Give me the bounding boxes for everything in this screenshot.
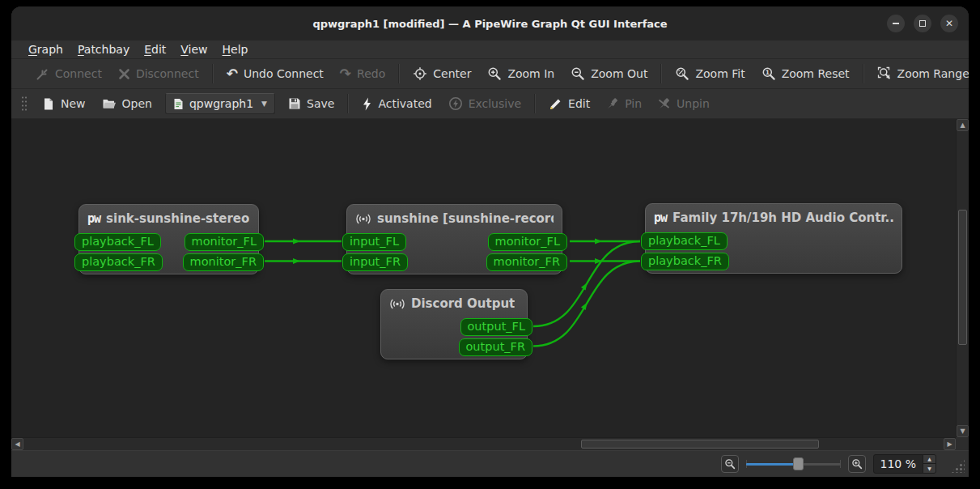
graph-node-sink[interactable]: pwsink-sunshine-stereoplayback_FLmonitor… bbox=[78, 204, 259, 274]
window-controls: ✕ bbox=[887, 15, 958, 32]
statusbar-zoom-out-button[interactable] bbox=[721, 455, 739, 473]
scroll-left-arrow[interactable]: ◀ bbox=[11, 438, 23, 450]
menu-edit[interactable]: Edit bbox=[137, 42, 173, 57]
scrollbar-corner bbox=[956, 437, 969, 450]
redo-button[interactable]: ↷ Redo bbox=[332, 62, 393, 86]
connect-icon bbox=[36, 67, 49, 81]
unpin-icon bbox=[658, 97, 671, 110]
port-sunshine-input_FR[interactable]: input_FR bbox=[342, 253, 408, 271]
toolbar-separator bbox=[212, 64, 214, 83]
activated-bolt-icon bbox=[362, 97, 372, 111]
toolbar-main: Connect Disconnect ↶ Undo Connect ↷ Redo bbox=[11, 59, 969, 89]
port-discord-output_FL[interactable]: output_FL bbox=[460, 318, 533, 336]
graph-node-discord[interactable]: Discord Outputoutput_FLoutput_FR bbox=[380, 289, 528, 359]
menu-patchbay[interactable]: Patchbay bbox=[70, 42, 137, 57]
port-sink-monitor_FR[interactable]: monitor_FR bbox=[183, 253, 264, 271]
zoom-reset-button[interactable]: 1 Zoom Reset bbox=[753, 62, 858, 86]
center-button[interactable]: Center bbox=[405, 62, 479, 86]
pin-button[interactable]: Pin bbox=[598, 92, 650, 115]
scroll-down-arrow[interactable]: ▼ bbox=[957, 425, 969, 437]
close-icon: ✕ bbox=[945, 18, 953, 29]
activated-button[interactable]: Activated bbox=[354, 92, 439, 116]
toolbar-separator bbox=[347, 94, 349, 113]
svg-text:1: 1 bbox=[765, 69, 769, 76]
redo-icon: ↷ bbox=[340, 67, 351, 81]
window-resize-grip[interactable] bbox=[951, 459, 965, 473]
zoom-slider[interactable] bbox=[746, 455, 841, 473]
edit-pencil-icon bbox=[549, 97, 562, 111]
horizontal-scrollbar[interactable]: ◀ ▶ bbox=[11, 437, 956, 450]
maximize-icon bbox=[919, 20, 926, 27]
connection-arrow-icon bbox=[293, 258, 300, 264]
port-sunshine-input_FL[interactable]: input_FL bbox=[342, 233, 406, 251]
toolbar-patchbay: New Open qpwgraph1 ▼ Save bbox=[11, 89, 969, 119]
menu-help[interactable]: Help bbox=[215, 42, 256, 57]
vertical-scrollbar[interactable]: ▲ ▼ bbox=[956, 119, 969, 437]
port-family-playback_FL[interactable]: playback_FL bbox=[641, 232, 728, 250]
zoom-slider-handle[interactable] bbox=[793, 457, 804, 470]
close-button[interactable]: ✕ bbox=[940, 15, 958, 32]
connect-button[interactable]: Connect bbox=[28, 62, 110, 86]
maximize-button[interactable] bbox=[914, 15, 931, 32]
chevron-down-icon: ▼ bbox=[261, 100, 267, 108]
zoom-out-button[interactable]: Zoom Out bbox=[562, 62, 655, 86]
graph-node-sunshine[interactable]: sunshine [sunshine-record]input_FLmonito… bbox=[346, 204, 562, 274]
horizontal-scroll-thumb[interactable] bbox=[581, 440, 819, 449]
zoom-out-icon bbox=[724, 458, 736, 470]
zoom-percent-spinbox[interactable]: 110 % ▲ ▼ bbox=[873, 454, 936, 474]
graph-canvas[interactable]: pwsink-sunshine-stereoplayback_FLmonitor… bbox=[11, 119, 969, 450]
port-family-playback_FR[interactable]: playback_FR bbox=[641, 253, 729, 270]
port-sunshine-monitor_FR[interactable]: monitor_FR bbox=[486, 253, 567, 271]
zoom-in-icon bbox=[851, 458, 863, 470]
open-folder-icon bbox=[102, 97, 117, 110]
disconnect-icon bbox=[118, 68, 130, 80]
zoom-percent-value[interactable]: 110 % bbox=[874, 455, 923, 473]
port-discord-output_FR[interactable]: output_FR bbox=[459, 338, 533, 356]
menu-view[interactable]: View bbox=[173, 42, 214, 57]
undo-connect-button[interactable]: ↶ Undo Connect bbox=[218, 62, 332, 86]
open-button[interactable]: Open bbox=[94, 92, 160, 115]
graph-viewport[interactable]: pwsink-sunshine-stereoplayback_FLmonitor… bbox=[11, 119, 956, 437]
new-button[interactable]: New bbox=[34, 92, 94, 116]
undo-icon: ↶ bbox=[227, 67, 238, 81]
spin-down-arrow[interactable]: ▼ bbox=[923, 464, 935, 473]
statusbar-zoom-in-button[interactable] bbox=[848, 455, 866, 473]
scroll-right-arrow[interactable]: ▶ bbox=[944, 438, 956, 450]
scroll-up-arrow[interactable]: ▲ bbox=[957, 119, 969, 131]
toolbar-separator bbox=[660, 64, 662, 83]
spin-up-arrow[interactable]: ▲ bbox=[923, 455, 935, 465]
edit-button[interactable]: Edit bbox=[541, 92, 598, 116]
patchbay-profile-value: qpwgraph1 bbox=[189, 97, 253, 110]
disconnect-button[interactable]: Disconnect bbox=[110, 62, 207, 85]
zoom-fit-button[interactable]: Zoom Fit bbox=[667, 62, 753, 86]
port-sunshine-monitor_FL[interactable]: monitor_FL bbox=[488, 233, 567, 251]
node-header: sunshine [sunshine-record] bbox=[347, 205, 562, 226]
menu-graph[interactable]: Graph bbox=[21, 42, 70, 57]
minimize-button[interactable] bbox=[887, 15, 905, 32]
unpin-button[interactable]: Unpin bbox=[650, 92, 718, 115]
toolbar-separator bbox=[398, 64, 400, 83]
zoom-reset-icon: 1 bbox=[762, 66, 776, 81]
node-title: sink-sunshine-stereo bbox=[106, 211, 249, 226]
zoom-range-button[interactable]: Zoom Range bbox=[869, 62, 969, 86]
new-file-icon bbox=[42, 97, 55, 111]
slider-fill bbox=[746, 463, 795, 466]
port-sink-playback_FR[interactable]: playback_FR bbox=[74, 253, 163, 271]
zoom-fit-icon bbox=[675, 66, 689, 81]
node-header: pwsink-sunshine-stereo bbox=[79, 205, 258, 226]
titlebar[interactable]: qpwgraph1 [modified] — A PipeWire Graph … bbox=[11, 6, 969, 40]
toolbar-separator bbox=[534, 94, 536, 113]
port-sink-playback_FL[interactable]: playback_FL bbox=[74, 233, 161, 251]
node-title: Family 17h/19h HD Audio Contr... bbox=[672, 210, 893, 225]
desktop: qpwgraph1 [modified] — A PipeWire Graph … bbox=[0, 0, 980, 489]
vertical-scroll-thumb[interactable] bbox=[958, 210, 967, 345]
exclusive-button[interactable]: Exclusive bbox=[440, 91, 529, 116]
connection-arrow-icon bbox=[293, 239, 300, 244]
patchbay-profile-combo[interactable]: qpwgraph1 ▼ bbox=[165, 93, 275, 114]
graph-node-family[interactable]: pwFamily 17h/19h HD Audio Contr...playba… bbox=[645, 203, 902, 274]
toolbar-drag-handle[interactable] bbox=[20, 95, 27, 113]
center-icon bbox=[413, 66, 427, 81]
port-sink-monitor_FL[interactable]: monitor_FL bbox=[185, 233, 264, 251]
zoom-in-button[interactable]: Zoom In bbox=[479, 62, 562, 86]
save-button[interactable]: Save bbox=[280, 92, 342, 115]
